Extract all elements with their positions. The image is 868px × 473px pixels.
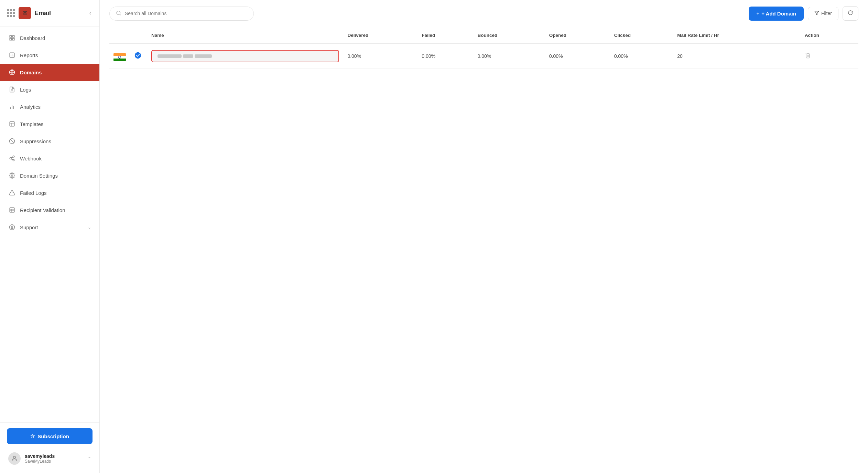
svg-point-29: [13, 456, 16, 459]
domain-failed: 0.00%: [417, 44, 473, 69]
domain-name-redacted: [151, 50, 339, 62]
sidebar: ✉ Email ‹ Dashboard Reports Domains: [0, 0, 100, 473]
filter-icon: [814, 11, 819, 17]
sidebar-item-label: Webhook: [20, 156, 42, 161]
settings-icon: [8, 172, 16, 179]
sidebar-item-domains[interactable]: Domains: [0, 64, 99, 81]
user-details: savemyleads SaveMyLeads: [25, 453, 84, 464]
domain-clicked: 0.00%: [610, 44, 673, 69]
avatar: [8, 452, 21, 465]
svg-rect-1: [13, 35, 14, 37]
logo-icon: ✉: [19, 7, 31, 19]
search-icon: [116, 10, 121, 17]
table-container: Name Delivered Failed Bounced Opened Cli…: [100, 27, 868, 473]
svg-marker-32: [815, 11, 819, 15]
sidebar-header: ✉ Email ‹: [0, 0, 99, 27]
refresh-icon: [848, 11, 853, 17]
verified-checkmark-icon: [134, 54, 142, 61]
sidebar-item-reports[interactable]: Reports: [0, 46, 99, 64]
reports-icon: [8, 51, 16, 59]
sidebar-item-failed-logs[interactable]: Failed Logs: [0, 184, 99, 201]
col-verified: [130, 27, 147, 44]
sidebar-item-label: Support: [20, 224, 38, 230]
col-clicked: Clicked: [610, 27, 673, 44]
search-box[interactable]: [109, 7, 254, 21]
webhook-icon: [8, 155, 16, 162]
domain-opened: 0.00%: [545, 44, 610, 69]
refresh-button[interactable]: [843, 6, 858, 21]
domain-flag-cell: [109, 44, 130, 69]
sidebar-item-support[interactable]: Support ⌄: [0, 219, 99, 236]
add-domain-label: + Add Domain: [761, 11, 796, 17]
failed-logs-icon: [8, 189, 16, 197]
sidebar-item-logs[interactable]: Logs: [0, 81, 99, 98]
svg-line-31: [120, 14, 121, 15]
svg-rect-3: [13, 39, 14, 40]
toolbar-actions: + + Add Domain Filter: [749, 6, 858, 21]
col-action: Action: [801, 27, 858, 44]
sidebar-item-label: Logs: [20, 87, 31, 93]
domain-verified-cell: [130, 44, 147, 69]
india-flag: [113, 53, 126, 61]
sidebar-item-dashboard[interactable]: Dashboard: [0, 29, 99, 46]
svg-point-30: [117, 11, 120, 15]
sidebar-item-webhook[interactable]: Webhook: [0, 150, 99, 167]
col-failed: Failed: [417, 27, 473, 44]
sidebar-item-domain-settings[interactable]: Domain Settings: [0, 167, 99, 184]
svg-point-28: [11, 226, 13, 228]
toolbar: + + Add Domain Filter: [100, 0, 868, 27]
analytics-icon: [8, 103, 16, 111]
logs-icon: [8, 86, 16, 93]
table-row: 0.00% 0.00% 0.00% 0.00% 0.00% 20: [109, 44, 858, 69]
domain-name-cell: [147, 44, 343, 69]
domain-bounced: 0.00%: [474, 44, 545, 69]
templates-icon: [8, 120, 16, 128]
chevron-down-icon: ⌄: [88, 225, 91, 230]
svg-rect-0: [10, 35, 11, 37]
star-icon: ☆: [30, 433, 35, 439]
col-mail-rate: Mail Rate Limit / Hr: [673, 27, 801, 44]
sidebar-item-label: Domain Settings: [20, 173, 58, 179]
plus-icon: +: [756, 11, 759, 17]
sidebar-item-label: Recipient Validation: [20, 207, 65, 213]
sidebar-item-templates[interactable]: Templates: [0, 115, 99, 133]
col-delivered: Delivered: [343, 27, 417, 44]
domain-action-cell: [801, 44, 858, 69]
user-info[interactable]: savemyleads SaveMyLeads ⌃: [7, 450, 93, 467]
collapse-sidebar-button[interactable]: ‹: [88, 9, 93, 18]
domain-delivered: 0.00%: [343, 44, 417, 69]
add-domain-button[interactable]: + + Add Domain: [749, 7, 803, 21]
sidebar-item-label: Dashboard: [20, 35, 45, 41]
subscription-button[interactable]: ☆ Subscription: [7, 428, 93, 444]
logo-text: Email: [34, 10, 51, 17]
sidebar-item-label: Analytics: [20, 104, 41, 110]
sidebar-item-suppressions[interactable]: Suppressions: [0, 133, 99, 150]
svg-point-20: [11, 175, 13, 177]
col-bounced: Bounced: [474, 27, 545, 44]
search-input[interactable]: [125, 11, 247, 16]
sidebar-item-label: Domains: [20, 70, 42, 75]
filter-button[interactable]: Filter: [808, 7, 838, 20]
col-opened: Opened: [545, 27, 610, 44]
svg-rect-2: [10, 39, 11, 40]
sidebar-item-analytics[interactable]: Analytics: [0, 98, 99, 115]
domain-mail-rate: 20: [673, 44, 801, 69]
sidebar-item-recipient-validation[interactable]: Recipient Validation: [0, 201, 99, 219]
domains-table: Name Delivered Failed Bounced Opened Cli…: [109, 27, 858, 69]
suppressions-icon: [8, 137, 16, 145]
col-flag: [109, 27, 130, 44]
redacted-content: [158, 54, 212, 58]
delete-icon[interactable]: [805, 53, 811, 60]
chevron-up-icon: ⌃: [88, 456, 91, 461]
support-icon: [8, 223, 16, 231]
sidebar-nav: Dashboard Reports Domains Logs Analytics: [0, 27, 99, 422]
apps-grid-icon[interactable]: [7, 9, 15, 17]
col-name: Name: [147, 27, 343, 44]
main-content: + + Add Domain Filter Name: [100, 0, 868, 473]
sidebar-item-label: Templates: [20, 121, 43, 127]
recipient-icon: [8, 206, 16, 214]
user-name: savemyleads: [25, 453, 84, 459]
filter-label: Filter: [821, 11, 832, 16]
domains-icon: [8, 69, 16, 76]
user-company: SaveMyLeads: [25, 459, 84, 464]
